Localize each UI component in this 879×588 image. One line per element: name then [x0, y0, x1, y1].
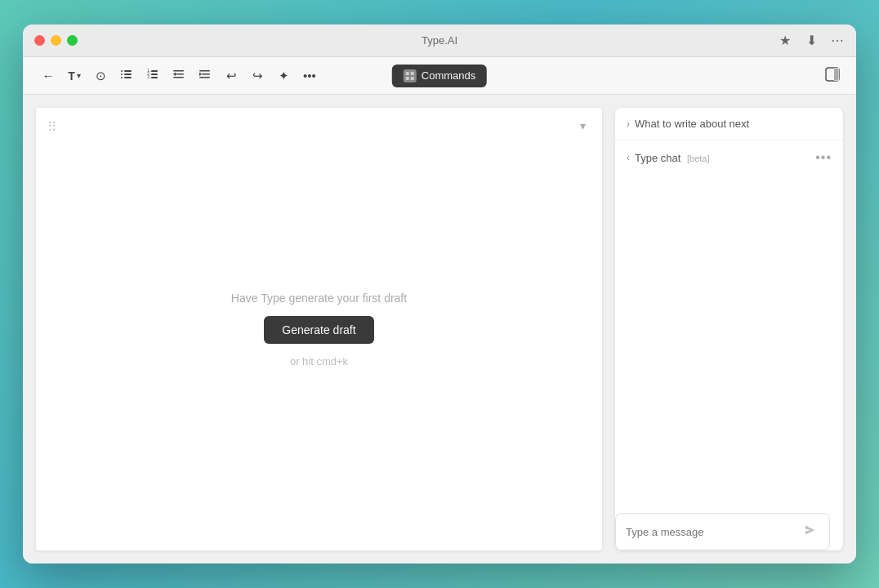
type-chat-chevron: ‹	[627, 152, 630, 163]
close-button[interactable]	[34, 35, 45, 46]
magic-button[interactable]: ✦	[271, 65, 296, 87]
svg-rect-0	[121, 70, 123, 72]
svg-rect-7	[151, 70, 158, 72]
type-chat-header[interactable]: ‹ Type chat [beta] •••	[615, 140, 843, 175]
type-chat-beta: [beta]	[687, 154, 710, 163]
numbered-list-icon: 1. 2. 3.	[146, 68, 159, 83]
type-chat-section: ‹ Type chat [beta] •••	[615, 140, 843, 500]
what-to-write-section: › What to write about next	[615, 108, 843, 140]
redo-icon: ↪	[252, 69, 263, 83]
minimize-button[interactable]	[51, 35, 61, 46]
svg-rect-5	[124, 77, 132, 78]
editor-canvas[interactable]: ⠿ ▾ Have Type generate your first draft …	[36, 108, 602, 550]
svg-rect-2	[121, 74, 123, 75]
back-icon: ←	[42, 69, 55, 82]
editor-collapse-button[interactable]: ▾	[573, 116, 592, 136]
back-button[interactable]: ←	[36, 65, 60, 87]
type-chat-title: Type chat [beta]	[635, 152, 810, 164]
outdent-icon	[172, 68, 185, 83]
svg-rect-12	[173, 70, 184, 72]
svg-rect-3	[124, 74, 132, 75]
drag-handle[interactable]: ⠿	[47, 119, 57, 135]
svg-rect-23	[411, 77, 414, 80]
svg-rect-20	[406, 72, 409, 75]
numbered-list-button[interactable]: 1. 2. 3.	[141, 65, 165, 87]
editor-panel: ⠿ ▾ Have Type generate your first draft …	[23, 95, 615, 564]
text-style-button[interactable]: T ▾	[62, 65, 87, 87]
chat-input-area	[615, 500, 843, 550]
more-toolbar-icon: •••	[303, 69, 316, 82]
indent-icon	[199, 68, 212, 83]
text-icon: T	[68, 69, 75, 82]
svg-rect-4	[121, 77, 123, 78]
svg-rect-22	[406, 77, 409, 80]
app-window: Type.AI ★ ⬇ ⋯ ← T ▾ ⊙	[23, 24, 856, 564]
svg-marker-19	[199, 73, 202, 77]
undo-button[interactable]: ↩	[219, 65, 243, 87]
outdent-button[interactable]	[167, 65, 191, 87]
sidebar-toggle-icon	[824, 66, 841, 85]
more-toolbar-button[interactable]: •••	[297, 65, 322, 87]
toolbar: ← T ▾ ⊙ 1.	[23, 57, 856, 95]
commands-label: Commands	[422, 69, 475, 82]
download-icon[interactable]: ⬇	[804, 33, 819, 48]
sidebar-inner: › What to write about next ‹ Type chat […	[615, 108, 843, 550]
what-to-write-title: What to write about next	[635, 118, 832, 130]
spell-icon: ⊙	[96, 69, 106, 83]
type-chat-body	[615, 175, 843, 500]
titlebar: Type.AI ★ ⬇ ⋯	[23, 24, 856, 57]
chat-message-input[interactable]	[626, 526, 800, 538]
shortcut-hint: or hit cmd+k	[290, 355, 348, 368]
window-title: Type.AI	[422, 34, 457, 47]
generate-draft-button[interactable]: Generate draft	[264, 316, 373, 344]
maximize-button[interactable]	[67, 35, 78, 46]
editor-hint-text: Have Type generate your first draft	[231, 292, 407, 305]
svg-rect-17	[202, 74, 210, 75]
what-to-write-header[interactable]: › What to write about next	[615, 108, 843, 140]
svg-rect-26	[834, 69, 838, 80]
svg-marker-15	[173, 73, 176, 77]
svg-rect-21	[411, 72, 414, 75]
indent-button[interactable]	[193, 65, 217, 87]
commands-button[interactable]: Commands	[392, 65, 487, 87]
svg-rect-16	[199, 70, 210, 72]
type-chat-label: Type chat	[635, 152, 680, 164]
undo-icon: ↩	[226, 69, 237, 83]
spell-check-button[interactable]: ⊙	[88, 65, 113, 87]
redo-button[interactable]: ↪	[245, 65, 270, 87]
chat-send-button[interactable]	[800, 522, 819, 541]
titlebar-actions: ★ ⬇ ⋯	[778, 33, 845, 48]
svg-rect-11	[151, 77, 158, 78]
bullet-list-button[interactable]	[114, 65, 139, 87]
svg-rect-9	[151, 74, 158, 75]
commands-icon	[404, 69, 417, 82]
chat-input-wrapper	[615, 513, 830, 550]
svg-rect-13	[176, 74, 184, 75]
svg-rect-1	[124, 70, 132, 72]
svg-text:3.: 3.	[147, 74, 152, 79]
bullet-list-icon	[120, 68, 133, 83]
svg-rect-18	[199, 77, 210, 78]
text-dropdown-icon: ▾	[77, 71, 81, 80]
main-area: ⠿ ▾ Have Type generate your first draft …	[23, 95, 856, 564]
magic-icon: ✦	[279, 69, 289, 83]
editor-content-area: Have Type generate your first draft Gene…	[36, 108, 602, 550]
collapse-icon: ▾	[580, 119, 586, 132]
right-sidebar: › What to write about next ‹ Type chat […	[615, 95, 856, 564]
extension-icon[interactable]: ★	[778, 33, 792, 48]
sidebar-toggle-button[interactable]	[820, 65, 845, 87]
more-options-icon[interactable]: ⋯	[830, 33, 845, 48]
type-chat-more-icon[interactable]: •••	[815, 150, 832, 165]
send-icon	[803, 523, 816, 540]
svg-rect-14	[173, 77, 184, 78]
what-to-write-chevron: ›	[627, 118, 630, 130]
window-controls	[34, 35, 78, 46]
